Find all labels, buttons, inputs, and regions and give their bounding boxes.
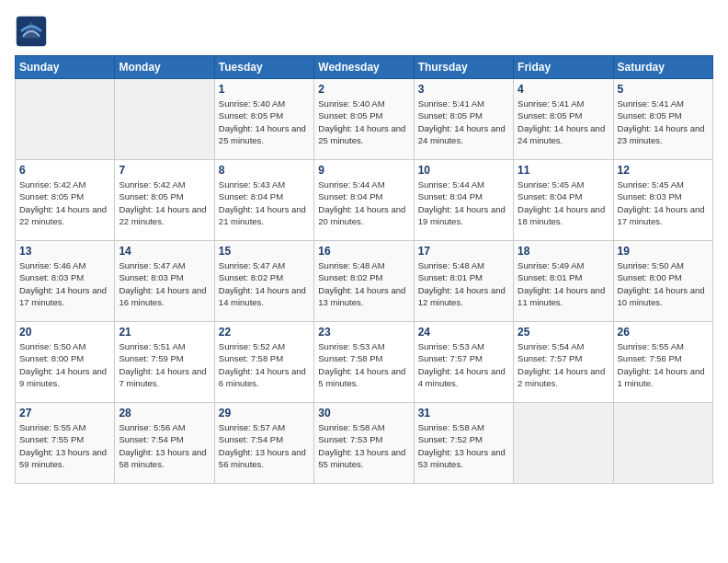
day-number: 15 bbox=[219, 245, 310, 258]
day-info: Sunrise: 5:53 AM Sunset: 7:58 PM Dayligh… bbox=[318, 340, 409, 389]
calendar-cell: 20Sunrise: 5:50 AM Sunset: 8:00 PM Dayli… bbox=[16, 322, 115, 403]
day-number: 31 bbox=[418, 407, 509, 419]
day-number: 3 bbox=[418, 83, 509, 96]
day-info: Sunrise: 5:41 AM Sunset: 8:05 PM Dayligh… bbox=[418, 98, 509, 146]
day-number: 4 bbox=[518, 83, 609, 96]
day-number: 13 bbox=[19, 245, 110, 258]
day-info: Sunrise: 5:40 AM Sunset: 8:05 PM Dayligh… bbox=[219, 98, 310, 146]
day-number: 21 bbox=[119, 326, 210, 339]
day-info: Sunrise: 5:49 AM Sunset: 8:01 PM Dayligh… bbox=[518, 259, 609, 308]
calendar-cell: 8Sunrise: 5:43 AM Sunset: 8:04 PM Daylig… bbox=[214, 160, 313, 241]
day-number: 22 bbox=[219, 326, 310, 339]
day-info: Sunrise: 5:43 AM Sunset: 8:04 PM Dayligh… bbox=[219, 178, 310, 227]
weekday-header: Wednesday bbox=[314, 56, 414, 79]
day-number: 23 bbox=[318, 326, 409, 339]
day-info: Sunrise: 5:50 AM Sunset: 8:00 PM Dayligh… bbox=[19, 340, 110, 389]
day-number: 14 bbox=[119, 245, 210, 258]
day-number: 20 bbox=[19, 326, 110, 339]
day-number: 11 bbox=[518, 164, 609, 177]
weekday-header: Thursday bbox=[414, 56, 513, 79]
page-header bbox=[15, 15, 713, 48]
weekday-header: Monday bbox=[115, 56, 214, 79]
day-info: Sunrise: 5:44 AM Sunset: 8:04 PM Dayligh… bbox=[318, 178, 409, 227]
day-info: Sunrise: 5:45 AM Sunset: 8:03 PM Dayligh… bbox=[618, 178, 709, 227]
calendar-cell: 22Sunrise: 5:52 AM Sunset: 7:58 PM Dayli… bbox=[214, 322, 313, 403]
day-info: Sunrise: 5:58 AM Sunset: 7:53 PM Dayligh… bbox=[318, 421, 409, 470]
calendar-header: SundayMondayTuesdayWednesdayThursdayFrid… bbox=[16, 56, 713, 79]
day-info: Sunrise: 5:51 AM Sunset: 7:59 PM Dayligh… bbox=[119, 340, 210, 389]
calendar-cell: 12Sunrise: 5:45 AM Sunset: 8:03 PM Dayli… bbox=[613, 160, 712, 241]
calendar-cell: 5Sunrise: 5:41 AM Sunset: 8:05 PM Daylig… bbox=[613, 79, 712, 160]
calendar-week-row: 1Sunrise: 5:40 AM Sunset: 8:05 PM Daylig… bbox=[16, 79, 713, 160]
day-number: 28 bbox=[119, 407, 210, 419]
calendar-cell: 19Sunrise: 5:50 AM Sunset: 8:00 PM Dayli… bbox=[613, 241, 712, 322]
day-info: Sunrise: 5:52 AM Sunset: 7:58 PM Dayligh… bbox=[219, 340, 310, 389]
day-info: Sunrise: 5:48 AM Sunset: 8:02 PM Dayligh… bbox=[318, 259, 409, 308]
day-info: Sunrise: 5:41 AM Sunset: 8:05 PM Dayligh… bbox=[618, 98, 709, 146]
day-info: Sunrise: 5:46 AM Sunset: 8:03 PM Dayligh… bbox=[19, 259, 110, 308]
day-info: Sunrise: 5:41 AM Sunset: 8:05 PM Dayligh… bbox=[518, 98, 609, 146]
day-info: Sunrise: 5:47 AM Sunset: 8:03 PM Dayligh… bbox=[119, 259, 210, 308]
day-number: 18 bbox=[518, 245, 609, 258]
calendar-cell: 9Sunrise: 5:44 AM Sunset: 8:04 PM Daylig… bbox=[314, 160, 414, 241]
day-info: Sunrise: 5:56 AM Sunset: 7:54 PM Dayligh… bbox=[119, 421, 210, 470]
calendar-week-row: 27Sunrise: 5:55 AM Sunset: 7:55 PM Dayli… bbox=[16, 403, 713, 484]
calendar-cell: 28Sunrise: 5:56 AM Sunset: 7:54 PM Dayli… bbox=[115, 403, 214, 484]
day-info: Sunrise: 5:54 AM Sunset: 7:57 PM Dayligh… bbox=[518, 340, 609, 389]
calendar-cell: 14Sunrise: 5:47 AM Sunset: 8:03 PM Dayli… bbox=[115, 241, 214, 322]
calendar-cell: 23Sunrise: 5:53 AM Sunset: 7:58 PM Dayli… bbox=[314, 322, 414, 403]
calendar-cell: 6Sunrise: 5:42 AM Sunset: 8:05 PM Daylig… bbox=[16, 160, 115, 241]
day-info: Sunrise: 5:55 AM Sunset: 7:56 PM Dayligh… bbox=[618, 340, 709, 389]
calendar-cell: 31Sunrise: 5:58 AM Sunset: 7:52 PM Dayli… bbox=[414, 403, 513, 484]
calendar-week-row: 20Sunrise: 5:50 AM Sunset: 8:00 PM Dayli… bbox=[16, 322, 713, 403]
calendar-cell: 27Sunrise: 5:55 AM Sunset: 7:55 PM Dayli… bbox=[16, 403, 115, 484]
calendar-cell: 10Sunrise: 5:44 AM Sunset: 8:04 PM Dayli… bbox=[414, 160, 513, 241]
day-number: 17 bbox=[418, 245, 509, 258]
day-info: Sunrise: 5:40 AM Sunset: 8:05 PM Dayligh… bbox=[318, 98, 409, 146]
logo bbox=[15, 15, 51, 48]
day-info: Sunrise: 5:57 AM Sunset: 7:54 PM Dayligh… bbox=[219, 421, 310, 470]
calendar-cell bbox=[16, 79, 115, 160]
day-number: 24 bbox=[418, 326, 509, 339]
day-number: 8 bbox=[219, 164, 310, 177]
day-number: 29 bbox=[219, 407, 310, 419]
calendar-cell: 18Sunrise: 5:49 AM Sunset: 8:01 PM Dayli… bbox=[514, 241, 613, 322]
calendar-table: SundayMondayTuesdayWednesdayThursdayFrid… bbox=[15, 55, 713, 484]
day-number: 25 bbox=[518, 326, 609, 339]
day-info: Sunrise: 5:50 AM Sunset: 8:00 PM Dayligh… bbox=[618, 259, 709, 308]
calendar-cell: 13Sunrise: 5:46 AM Sunset: 8:03 PM Dayli… bbox=[16, 241, 115, 322]
calendar-cell: 15Sunrise: 5:47 AM Sunset: 8:02 PM Dayli… bbox=[214, 241, 313, 322]
calendar-cell: 4Sunrise: 5:41 AM Sunset: 8:05 PM Daylig… bbox=[514, 79, 613, 160]
calendar-cell: 16Sunrise: 5:48 AM Sunset: 8:02 PM Dayli… bbox=[314, 241, 414, 322]
weekday-header: Friday bbox=[514, 56, 613, 79]
day-info: Sunrise: 5:45 AM Sunset: 8:04 PM Dayligh… bbox=[518, 178, 609, 227]
day-info: Sunrise: 5:42 AM Sunset: 8:05 PM Dayligh… bbox=[119, 178, 210, 227]
day-number: 6 bbox=[19, 164, 110, 177]
calendar-cell: 17Sunrise: 5:48 AM Sunset: 8:01 PM Dayli… bbox=[414, 241, 513, 322]
day-info: Sunrise: 5:48 AM Sunset: 8:01 PM Dayligh… bbox=[418, 259, 509, 308]
weekday-header: Saturday bbox=[613, 56, 712, 79]
logo-icon bbox=[15, 15, 48, 48]
day-info: Sunrise: 5:47 AM Sunset: 8:02 PM Dayligh… bbox=[219, 259, 310, 308]
calendar-cell: 21Sunrise: 5:51 AM Sunset: 7:59 PM Dayli… bbox=[115, 322, 214, 403]
calendar-cell: 1Sunrise: 5:40 AM Sunset: 8:05 PM Daylig… bbox=[214, 79, 313, 160]
calendar-body: 1Sunrise: 5:40 AM Sunset: 8:05 PM Daylig… bbox=[16, 79, 713, 484]
calendar-cell: 3Sunrise: 5:41 AM Sunset: 8:05 PM Daylig… bbox=[414, 79, 513, 160]
day-info: Sunrise: 5:53 AM Sunset: 7:57 PM Dayligh… bbox=[418, 340, 509, 389]
day-number: 5 bbox=[618, 83, 709, 96]
day-info: Sunrise: 5:58 AM Sunset: 7:52 PM Dayligh… bbox=[418, 421, 509, 470]
calendar-cell: 2Sunrise: 5:40 AM Sunset: 8:05 PM Daylig… bbox=[314, 79, 414, 160]
day-number: 19 bbox=[618, 245, 709, 258]
day-number: 27 bbox=[19, 407, 110, 419]
calendar-cell bbox=[115, 79, 214, 160]
weekday-header: Sunday bbox=[16, 56, 115, 79]
day-info: Sunrise: 5:42 AM Sunset: 8:05 PM Dayligh… bbox=[19, 178, 110, 227]
calendar-header-row: SundayMondayTuesdayWednesdayThursdayFrid… bbox=[16, 56, 713, 79]
calendar-week-row: 13Sunrise: 5:46 AM Sunset: 8:03 PM Dayli… bbox=[16, 241, 713, 322]
calendar-cell: 26Sunrise: 5:55 AM Sunset: 7:56 PM Dayli… bbox=[613, 322, 712, 403]
day-number: 9 bbox=[318, 164, 409, 177]
day-number: 30 bbox=[318, 407, 409, 419]
day-number: 7 bbox=[119, 164, 210, 177]
day-info: Sunrise: 5:55 AM Sunset: 7:55 PM Dayligh… bbox=[19, 421, 110, 470]
calendar-cell bbox=[514, 403, 613, 484]
